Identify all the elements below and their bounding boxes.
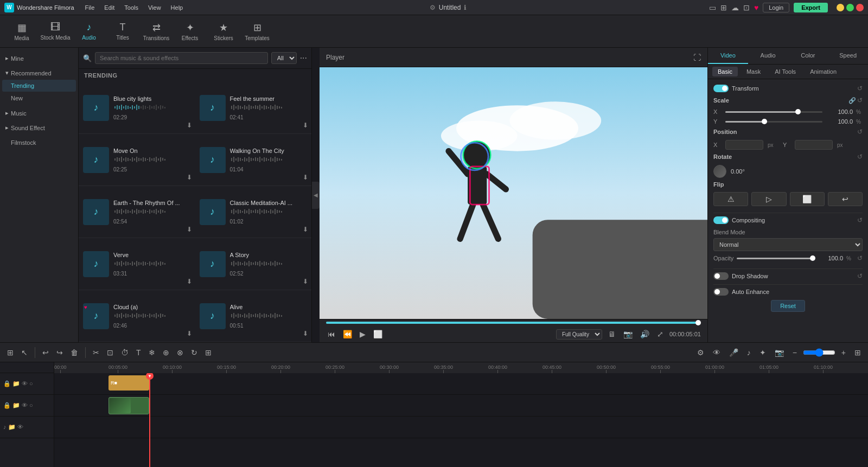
clip-overlay[interactable]: R■ [108, 375, 149, 391]
quality-select[interactable]: Full Quality [556, 329, 602, 340]
sidebar-soundeffect-header[interactable]: ▸ Sound Effect [0, 121, 78, 134]
display-icon[interactable]: 🖥 [607, 328, 617, 340]
tab-speed[interactable]: Speed [828, 48, 868, 64]
tl-mic-button[interactable]: 🎤 [726, 347, 741, 359]
compositing-reset-icon[interactable]: ↺ [857, 216, 863, 224]
music-icon-3[interactable]: ♪ [3, 424, 7, 431]
transform-reset-icon[interactable]: ↺ [857, 85, 863, 92]
download-icon-2[interactable]: ⬇ [303, 121, 308, 129]
rotate-dial[interactable] [713, 165, 726, 178]
icon-share[interactable]: ⊡ [743, 3, 750, 12]
sidebar-music-header[interactable]: ▸ Music [0, 107, 78, 119]
pos-y-input[interactable]: 0.00 [795, 140, 833, 150]
folder-icon-1[interactable]: 📁 [12, 380, 20, 387]
sub-tab-animation[interactable]: Animation [805, 67, 842, 76]
menu-file[interactable]: File [81, 3, 99, 12]
compositing-toggle[interactable] [713, 216, 729, 224]
tl-cut-button[interactable]: ✂ [90, 347, 102, 359]
tl-select-button[interactable]: ↖ [18, 347, 30, 359]
progress-bar[interactable] [326, 322, 701, 324]
audio-item-2[interactable]: ♪ Feel the summer 02:41 ⬇ [195, 82, 312, 134]
download-icon-7[interactable]: ⬇ [187, 278, 192, 285]
drop-shadow-reset-icon[interactable]: ↺ [857, 272, 863, 280]
tl-minus-button[interactable]: − [790, 347, 800, 359]
more-options-button[interactable]: ··· [300, 53, 307, 63]
tl-delete-button[interactable]: 🗑 [68, 347, 81, 359]
download-icon-3[interactable]: ⬇ [187, 174, 192, 181]
blend-mode-select[interactable]: NormalDissolveMultiplyScreenOverlay [713, 238, 863, 251]
tl-speed-button[interactable]: ⏱ [118, 347, 131, 359]
search-input[interactable] [95, 52, 268, 64]
audio-item-1[interactable]: ♪ Blue city lights [79, 82, 195, 134]
drop-shadow-toggle[interactable] [713, 272, 729, 280]
filter-select[interactable]: All [271, 52, 297, 64]
eye-icon-2[interactable]: 👁 [22, 402, 28, 409]
tl-eye-button[interactable]: 👁 [710, 347, 723, 359]
sub-tab-mask[interactable]: Mask [741, 67, 766, 76]
maximize-button[interactable] [846, 4, 854, 11]
icon-cloud[interactable]: ☁ [731, 3, 739, 12]
audio-item-6[interactable]: ♪ Classic Meditation-AI ... 01:02 ⬇ [195, 186, 312, 238]
flip-h-button[interactable]: ⚠ [713, 192, 748, 206]
opacity-reset-icon[interactable]: ↺ [857, 254, 863, 262]
sidebar-recommended-header[interactable]: ▾ Recommended [0, 67, 78, 79]
folder-icon-3[interactable]: 📁 [8, 424, 16, 431]
menu-edit[interactable]: Edit [100, 3, 119, 12]
visible-icon-1[interactable]: ○ [29, 380, 33, 387]
tl-layout-button[interactable]: ⊞ [852, 347, 864, 359]
rewind-button[interactable]: ⏮ [326, 328, 337, 340]
tool-transitions[interactable]: ⇄ Transitions [140, 17, 173, 46]
folder-icon-2[interactable]: 📁 [12, 402, 20, 409]
icon-grid[interactable]: ⊞ [720, 3, 727, 12]
tl-undo-button[interactable]: ↩ [40, 347, 52, 359]
tool-templates[interactable]: ⊞ Templates [241, 17, 273, 46]
sidebar-mine-header[interactable]: ▸ Mine [0, 52, 78, 65]
screenshot-icon[interactable]: 📷 [622, 328, 634, 340]
sidebar-collapse-button[interactable]: ◀ [312, 182, 320, 209]
volume-icon[interactable]: 🔊 [639, 328, 651, 340]
play-button[interactable]: ▶ [358, 328, 367, 340]
close-button[interactable] [856, 4, 864, 11]
audio-item-4[interactable]: ♪ Walking On The City 01:04 ⬇ [195, 134, 312, 186]
scale-y-slider[interactable] [725, 121, 822, 123]
menu-view[interactable]: View [144, 3, 165, 12]
expand-icon[interactable]: ⤢ [655, 328, 665, 340]
flip-4-button[interactable]: ↩ [828, 192, 863, 206]
lock-icon-2[interactable]: 🔒 [3, 402, 11, 409]
rotate-reset-icon[interactable]: ↺ [857, 153, 863, 161]
scale-reset-icon[interactable]: ↺ [857, 97, 863, 104]
audio-item-10[interactable]: ♪ Alive 00:51 ⬇ [195, 290, 312, 342]
tl-loop-button[interactable]: ↻ [188, 347, 200, 359]
icon-screen[interactable]: ▭ [709, 3, 716, 12]
visible-icon-2[interactable]: ○ [29, 402, 33, 409]
tab-video[interactable]: Video [708, 48, 748, 64]
download-icon-9[interactable]: ⬇ [187, 330, 192, 337]
icon-gift[interactable]: ♥ [754, 3, 758, 12]
tl-cam-button[interactable]: 📷 [772, 347, 787, 359]
download-icon-6[interactable]: ⬇ [303, 226, 308, 233]
sidebar-item-filmstock[interactable]: Filmstock [2, 137, 76, 149]
tool-titles[interactable]: T Titles [106, 17, 139, 46]
tl-text-button[interactable]: T [133, 347, 144, 359]
export-button[interactable]: Export [794, 3, 828, 12]
audio-item-5[interactable]: ♪ Earth - The Rhythm Of ... 02:54 ⬇ [79, 186, 195, 238]
opacity-slider[interactable] [737, 258, 813, 259]
tl-snap-button[interactable]: ⊕ [160, 347, 172, 359]
flip-3-button[interactable]: ⬜ [790, 192, 825, 206]
tl-redo-button[interactable]: ↪ [54, 347, 66, 359]
tl-more-button[interactable]: ⊞ [202, 347, 214, 359]
position-reset-icon[interactable]: ↺ [857, 128, 863, 136]
audio-item-7[interactable]: ♪ Verve 03:31 ⬇ [79, 238, 195, 290]
audio-item-9[interactable]: ♥ ♪ Cloud (a) 02:46 ⬇ [79, 290, 195, 342]
login-button[interactable]: Login [763, 3, 789, 12]
download-icon-1[interactable]: ⬇ [187, 121, 192, 129]
reset-button[interactable]: Reset [771, 300, 805, 312]
download-icon-4[interactable]: ⬇ [303, 174, 308, 181]
tl-add-button[interactable]: ⊞ [4, 347, 16, 359]
tl-audio-button[interactable]: ♪ [744, 347, 754, 359]
tool-stickers[interactable]: ★ Stickers [207, 17, 240, 46]
tl-settings-button[interactable]: ⚙ [694, 347, 707, 359]
link-icon[interactable]: 🔗 [848, 97, 856, 104]
tl-crop-button[interactable]: ⊡ [104, 347, 116, 359]
audio-item-3[interactable]: ♪ Move On 02:25 ⬇ [79, 134, 195, 186]
